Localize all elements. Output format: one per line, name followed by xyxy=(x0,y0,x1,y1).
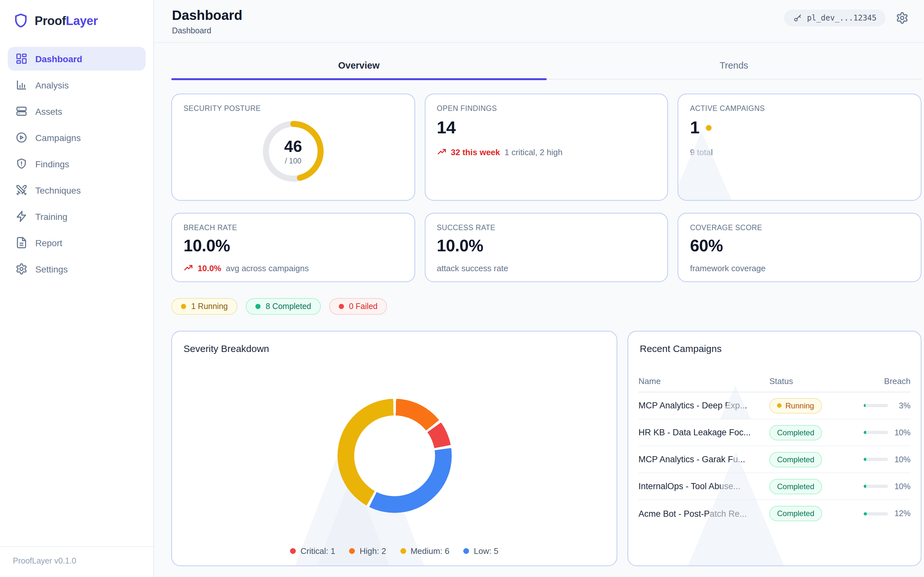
trending-up-icon xyxy=(437,147,446,157)
breach-rate-card: BREACH RATE 10.0% 10.0% avg across campa… xyxy=(171,213,415,282)
recent-campaigns-title: Recent Campaigns xyxy=(628,332,921,354)
column-header-breach: Breach xyxy=(845,376,911,386)
campaign-status-label: Completed xyxy=(777,428,814,437)
sidebar-item-label: Findings xyxy=(35,159,69,169)
breach-progress-fill xyxy=(864,404,866,407)
breach-progress-fill xyxy=(864,485,866,488)
card-label: COVERAGE SCORE xyxy=(690,224,909,231)
campaign-breach-cell: 10% xyxy=(845,428,911,437)
shield-logo-icon xyxy=(13,13,29,29)
campaign-status-badge: Completed xyxy=(769,506,822,521)
campaign-breach-cell: 10% xyxy=(845,482,911,491)
sidebar-item-settings[interactable]: Settings xyxy=(8,257,145,281)
legend-label: Medium: 6 xyxy=(410,546,449,556)
sidebar-item-label: Analysis xyxy=(35,80,69,90)
status-pill-label: 8 Completed xyxy=(266,302,311,311)
breadcrumb: Dashboard xyxy=(172,26,242,35)
breach-progress-fill xyxy=(864,458,866,461)
breach-progress-bar xyxy=(864,512,888,515)
sidebar-item-analysis[interactable]: Analysis xyxy=(8,73,145,97)
status-pill-label: 1 Running xyxy=(191,302,228,311)
stat-cards: SECURITY POSTURE 46 / 100 OPEN FINDINGS xyxy=(171,93,921,282)
tab-active-indicator xyxy=(171,78,546,80)
campaign-status-cell: Completed xyxy=(769,425,845,440)
severity-donut-chart xyxy=(337,399,451,513)
status-pill-completed: 8 Completed xyxy=(246,298,321,315)
sidebar: ProofLayer Dashboard Analysis Assets Cam… xyxy=(0,0,154,577)
open-findings-value: 14 xyxy=(437,118,656,138)
trend-text: 10.0% xyxy=(198,263,221,273)
breach-progress-fill xyxy=(864,512,867,515)
tab-overview[interactable]: Overview xyxy=(171,51,546,79)
legend-item: Medium: 6 xyxy=(400,546,449,556)
breach-percent: 10% xyxy=(894,428,911,437)
legend-dot xyxy=(290,548,296,554)
sidebar-item-assets[interactable]: Assets xyxy=(8,99,145,123)
campaign-status-label: Completed xyxy=(777,509,814,518)
card-label: SUCCESS RATE xyxy=(437,224,656,231)
app-version: ProofLayer v0.1.0 xyxy=(0,546,153,577)
sidebar-item-campaigns[interactable]: Campaigns xyxy=(8,126,145,149)
sidebar-item-label: Dashboard xyxy=(35,53,82,64)
card-label: ACTIVE CAMPAIGNS xyxy=(690,105,909,112)
campaign-row[interactable]: InternalOps - Tool Abuse... Completed 10… xyxy=(638,473,911,500)
legend-item: Low: 5 xyxy=(464,546,499,556)
brand-logo: ProofLayer xyxy=(0,0,153,40)
settings-gear-button[interactable] xyxy=(896,11,909,24)
legend-item: High: 2 xyxy=(349,546,386,556)
breach-progress-bar xyxy=(864,458,888,461)
active-campaigns-value-row: 1 xyxy=(690,118,909,138)
analysis-icon xyxy=(15,79,27,91)
tab-trends[interactable]: Trends xyxy=(546,51,921,79)
campaign-row[interactable]: Acme Bot - Post-Patch Re... Completed 12… xyxy=(638,500,911,527)
success-rate-detail: attack success rate xyxy=(437,263,656,273)
bottom-panels: Severity Breakdown Critical: 1 High: 2 M… xyxy=(171,331,921,566)
breach-percent: 10% xyxy=(894,482,911,491)
sidebar-item-training[interactable]: Training xyxy=(8,205,145,228)
status-dot xyxy=(255,304,260,309)
trend-detail: avg across campaigns xyxy=(226,263,309,273)
legend-dot xyxy=(400,548,406,554)
api-key-badge[interactable]: pl_dev_...12345 xyxy=(784,10,885,26)
sidebar-item-label: Techniques xyxy=(35,185,81,195)
sidebar-item-report[interactable]: Report xyxy=(8,231,145,255)
legend-item: Critical: 1 xyxy=(290,546,335,556)
legend-dot xyxy=(464,548,469,554)
legend-label: Low: 5 xyxy=(474,546,499,556)
campaign-name: MCP Analytics - Deep Exp... xyxy=(638,401,769,410)
campaign-status-cell: Completed xyxy=(769,479,845,494)
view-tabs: Overview Trends xyxy=(171,51,921,79)
report-icon xyxy=(15,237,27,249)
sidebar-item-dashboard[interactable]: Dashboard xyxy=(8,47,145,71)
breach-percent: 12% xyxy=(894,509,911,518)
sidebar-item-label: Settings xyxy=(35,264,68,274)
sidebar-item-techniques[interactable]: Techniques xyxy=(8,178,145,202)
coverage-score-detail: framework coverage xyxy=(690,263,909,273)
donut-hole xyxy=(354,416,435,496)
campaign-name: HR KB - Data Leakage Foc... xyxy=(638,428,769,437)
techniques-icon xyxy=(15,184,27,196)
status-dot xyxy=(777,403,782,408)
open-findings-trend: 32 this week 1 critical, 2 high xyxy=(437,147,656,157)
campaign-breach-cell: 3% xyxy=(845,401,911,410)
active-campaigns-value: 1 xyxy=(690,118,700,138)
campaign-name: MCP Analytics - Garak Fu... xyxy=(638,455,769,464)
campaign-row[interactable]: HR KB - Data Leakage Foc... Completed 10… xyxy=(638,419,911,446)
page-header: Dashboard Dashboard pl_dev_...12345 xyxy=(154,0,924,43)
campaign-status-pills: 1 Running 8 Completed 0 Failed xyxy=(171,298,921,315)
decor-triangle xyxy=(678,131,732,201)
sidebar-item-label: Report xyxy=(35,237,62,248)
success-rate-card: SUCCESS RATE 10.0% attack success rate xyxy=(425,213,668,282)
sidebar-item-findings[interactable]: Findings xyxy=(8,152,145,176)
gauge-value: 46 xyxy=(284,138,302,154)
campaign-status-cell: Running xyxy=(769,398,845,413)
card-label: BREACH RATE xyxy=(184,224,403,231)
status-dot xyxy=(339,304,344,309)
open-findings-card: OPEN FINDINGS 14 32 this week 1 critical… xyxy=(425,93,668,201)
campaign-row[interactable]: MCP Analytics - Garak Fu... Completed 10… xyxy=(638,446,911,473)
legend-label: Critical: 1 xyxy=(300,546,335,556)
dashboard-icon xyxy=(15,53,27,65)
recent-campaigns-table: Name Status Breach MCP Analytics - Deep … xyxy=(628,371,921,527)
coverage-score-value: 60% xyxy=(690,236,909,256)
campaign-row[interactable]: MCP Analytics - Deep Exp... Running 3% xyxy=(638,392,911,419)
